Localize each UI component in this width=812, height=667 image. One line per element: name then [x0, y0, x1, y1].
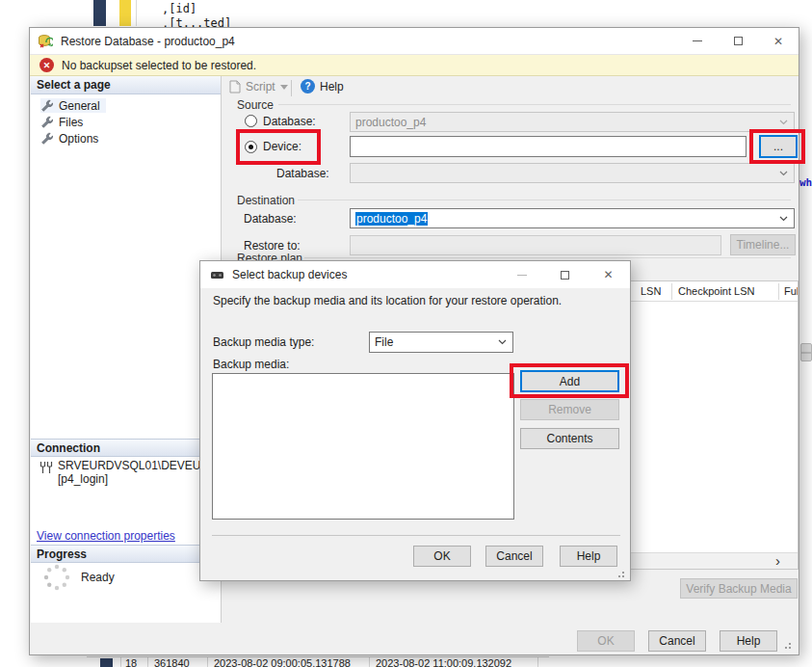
database-radio-label: Database:: [263, 115, 316, 128]
script-label: Script: [246, 80, 275, 93]
help-footer-button[interactable]: Help: [720, 630, 777, 652]
error-icon: ✕: [39, 58, 54, 72]
minimize-button[interactable]: [677, 28, 718, 54]
close-icon: ✕: [773, 36, 783, 47]
connection-server: SRVEURDVSQL01\DEVEUR: [58, 459, 209, 472]
server-connection-icon: [39, 460, 54, 475]
grid-cell: 361840: [154, 657, 190, 667]
source-group-label: Source: [237, 98, 274, 112]
chevron-down-icon: [280, 85, 288, 90]
source-database-combo[interactable]: productoo_p4: [350, 112, 795, 132]
grid-header-lsn[interactable]: LSN: [641, 285, 661, 297]
timeline-button[interactable]: Timeline...: [730, 234, 796, 255]
warning-text: No backupset selected to be restored.: [62, 59, 256, 72]
progress-status: Ready: [81, 571, 115, 584]
chevron-down-icon: [779, 216, 788, 222]
close-button[interactable]: ✕: [587, 261, 630, 288]
grid-cell: 2023-08-02 09:00:05.131788: [214, 657, 351, 667]
editor-margin-line: [136, 0, 137, 26]
sidebar-item-general[interactable]: General: [40, 98, 106, 113]
close-icon: ✕: [603, 269, 613, 280]
select-a-page-header: Select a page: [31, 76, 221, 94]
thumb-divider: [801, 352, 811, 354]
restore-database-icon: [38, 34, 53, 49]
content-toolbar: Script ? Help: [222, 76, 799, 101]
background-grid-row: 18 361840 2023-08-02 09:00:05.131788 202…: [87, 656, 568, 667]
minimize-icon: [517, 275, 527, 276]
device-help-button[interactable]: Help: [560, 546, 617, 567]
destination-group-line: [298, 200, 791, 200]
select-backup-devices-dialog: Select backup devices ✕ Specify the back…: [199, 260, 631, 581]
sidebar-item-files[interactable]: Files: [40, 115, 83, 129]
device-radio[interactable]: [245, 141, 257, 153]
editor-indicator-bar-navy: [93, 0, 106, 26]
grid-gridline: [537, 657, 538, 667]
progress-header-label: Progress: [37, 547, 87, 561]
remove-label: Remove: [548, 403, 591, 416]
editor-code-line1: ,[id]: [162, 2, 196, 15]
sidebar-item-label: General: [59, 99, 100, 113]
view-connection-properties-link[interactable]: View connection properties: [37, 529, 175, 543]
grid-gridline: [207, 657, 208, 667]
script-button[interactable]: Script: [229, 80, 288, 93]
destination-database-label: Database:: [244, 212, 297, 226]
device-ok-button[interactable]: OK: [413, 546, 471, 567]
backup-media-type-label: Backup media type:: [213, 335, 314, 349]
close-button[interactable]: ✕: [758, 28, 799, 54]
screen: ,[id] ,[t...ted] wh 18 361840 2023-08-02…: [0, 0, 812, 667]
minimize-button[interactable]: [500, 261, 543, 288]
scroll-right-icon[interactable]: ›: [775, 552, 780, 569]
resize-grip[interactable]: [789, 643, 791, 645]
device-path-input[interactable]: [350, 136, 747, 157]
restore-dialog-titlebar[interactable]: Restore Database - productoo_p4 ✕: [30, 28, 799, 54]
sidebar-item-label: Files: [59, 116, 83, 129]
contents-label: Contents: [546, 432, 592, 445]
source-database2-combo[interactable]: [350, 163, 795, 183]
toolbar-separator: [291, 80, 292, 96]
maximize-button[interactable]: [718, 28, 758, 54]
destination-database-combo[interactable]: productoo_p4: [350, 208, 795, 228]
cancel-label: Cancel: [496, 549, 532, 563]
maximize-icon: [561, 271, 569, 280]
maximize-button[interactable]: [543, 261, 587, 288]
maximize-icon: [734, 37, 743, 45]
browse-device-button[interactable]: ...: [759, 135, 798, 158]
window-controls: ✕: [500, 261, 630, 288]
sidebar-item-label: Options: [59, 132, 98, 146]
restore-to-label: Restore to:: [244, 239, 301, 253]
grid-header-separator: [778, 283, 779, 300]
select-a-page-label: Select a page: [37, 78, 111, 92]
minimize-icon: [693, 40, 702, 41]
help-button[interactable]: ? Help: [301, 79, 344, 93]
help-label: Help: [577, 549, 601, 563]
resize-grip[interactable]: [622, 572, 624, 574]
grid-gridline: [120, 657, 121, 667]
database-radio[interactable]: [245, 115, 257, 127]
restore-plan-group-line: [304, 257, 791, 258]
cancel-button[interactable]: Cancel: [648, 630, 706, 652]
grid-header-full-lsn[interactable]: Full LS: [784, 285, 799, 297]
dialog-title: Restore Database - productoo_p4: [61, 35, 235, 48]
contents-button[interactable]: Contents: [520, 428, 619, 449]
device-dialog-titlebar[interactable]: Select backup devices ✕: [200, 261, 630, 288]
add-label: Add: [560, 375, 580, 388]
sidebar-item-options[interactable]: Options: [40, 131, 98, 146]
ok-button[interactable]: OK: [577, 630, 635, 652]
backup-media-listbox[interactable]: [212, 373, 514, 520]
remove-button[interactable]: Remove: [520, 399, 619, 420]
verify-backup-media-button[interactable]: Verify Backup Media: [680, 578, 798, 599]
grid-header-checkpoint-lsn[interactable]: Checkpoint LSN: [678, 285, 755, 297]
add-button[interactable]: Add: [520, 370, 619, 392]
device-cancel-button[interactable]: Cancel: [485, 546, 543, 567]
verify-backup-media-label: Verify Backup Media: [686, 582, 791, 596]
row-selection-block: [100, 658, 113, 667]
grid-header-separator: [671, 283, 672, 300]
connection-header-label: Connection: [37, 441, 100, 455]
restore-to-input[interactable]: [350, 235, 721, 255]
editor-sql-keyword-fragment: wh: [799, 176, 812, 189]
background-scrollbar-thumb[interactable]: [800, 343, 812, 361]
backup-media-type-combo[interactable]: File: [369, 332, 513, 353]
chevron-down-icon: [779, 120, 788, 125]
ok-label: OK: [433, 549, 450, 563]
progress-header: Progress: [31, 545, 221, 563]
